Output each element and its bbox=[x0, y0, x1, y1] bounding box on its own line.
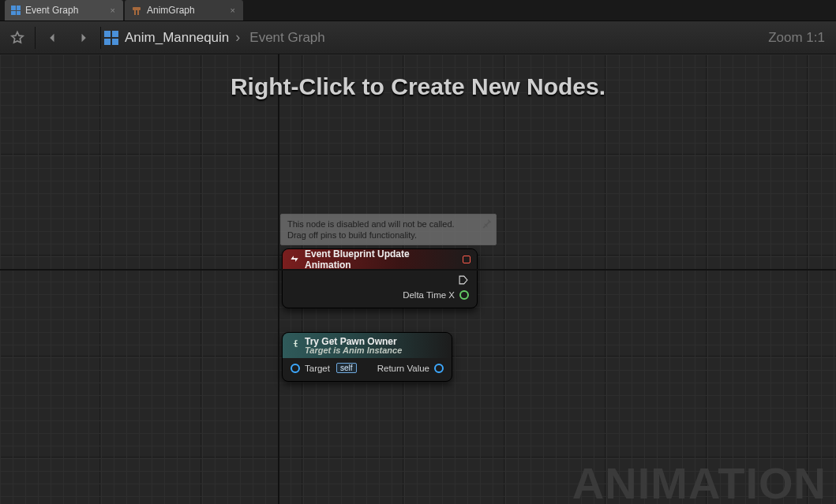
separator bbox=[100, 27, 101, 49]
breadcrumb-root[interactable]: Anim_Mannequin bbox=[125, 30, 229, 46]
arrow-left-icon bbox=[46, 31, 60, 45]
node-title: Event Blueprint Update Animation bbox=[305, 248, 458, 271]
node-disabled-tooltip: This node is disabled and will not be ca… bbox=[280, 214, 497, 245]
close-icon[interactable]: × bbox=[229, 6, 237, 15]
node-body: Delta Time X bbox=[283, 270, 477, 308]
graph-canvas[interactable]: Right-Click to Create New Nodes. ANIMATI… bbox=[0, 54, 836, 504]
data-output-pin[interactable]: Return Value bbox=[377, 364, 444, 373]
node-event-blueprint-update-animation[interactable]: Event Blueprint Update Animation Delta T… bbox=[282, 248, 478, 308]
tab-label: AnimGraph bbox=[147, 5, 195, 16]
data-pin-icon bbox=[459, 290, 469, 300]
graph-watermark: ANIMATION bbox=[572, 457, 827, 504]
node-try-get-pawn-owner[interactable]: Try Get Pawn Owner Target is Anim Instan… bbox=[282, 332, 452, 382]
self-chip: self bbox=[336, 363, 357, 373]
close-icon[interactable]: × bbox=[109, 6, 117, 15]
tab-label: Event Graph bbox=[25, 5, 78, 16]
zoom-indicator: Zoom 1:1 bbox=[768, 30, 833, 46]
graph-toolbar: Anim_Mannequin › Event Graph Zoom 1:1 bbox=[0, 21, 836, 54]
exec-pin-icon bbox=[458, 274, 469, 286]
pin-label: Delta Time X bbox=[403, 290, 455, 300]
tab-event-graph[interactable]: Event Graph × bbox=[5, 0, 123, 21]
breadcrumb-current: Event Graph bbox=[249, 30, 324, 46]
star-icon bbox=[9, 30, 25, 46]
event-icon bbox=[289, 254, 300, 265]
chevron-right-icon: › bbox=[235, 29, 240, 46]
nav-forward-button[interactable] bbox=[69, 24, 97, 52]
separator bbox=[35, 27, 36, 49]
pin-label: Return Value bbox=[377, 364, 429, 373]
canvas-hint-text: Right-Click to Create New Nodes. bbox=[0, 73, 836, 100]
tab-bar: Event Graph × AnimGraph × bbox=[0, 0, 836, 21]
anim-graph-icon bbox=[131, 6, 142, 15]
tooltip-line: This node is disabled and will not be ca… bbox=[287, 219, 455, 229]
pin-icon bbox=[482, 218, 493, 229]
exec-output-pin[interactable] bbox=[291, 274, 469, 286]
node-subtitle: Target is Anim Instance bbox=[305, 345, 402, 355]
function-icon bbox=[289, 338, 300, 349]
pin-label: Target bbox=[305, 364, 330, 373]
breadcrumb: Anim_Mannequin › Event Graph bbox=[104, 29, 325, 46]
tab-anim-graph[interactable]: AnimGraph × bbox=[125, 0, 243, 21]
favorite-button[interactable] bbox=[3, 24, 32, 52]
graph-icon bbox=[11, 6, 21, 15]
nav-back-button[interactable] bbox=[39, 24, 67, 52]
tooltip-line: Drag off pins to build functionality. bbox=[287, 230, 417, 240]
data-pin-icon bbox=[291, 364, 300, 373]
graph-icon bbox=[104, 31, 118, 45]
data-pin-icon bbox=[434, 364, 444, 373]
node-header[interactable]: Event Blueprint Update Animation bbox=[283, 249, 477, 270]
node-header[interactable]: Try Get Pawn Owner Target is Anim Instan… bbox=[283, 333, 452, 358]
client-badge-icon bbox=[463, 256, 470, 263]
data-output-pin[interactable]: Delta Time X bbox=[291, 290, 469, 300]
data-input-pin[interactable]: Target self bbox=[291, 363, 357, 373]
arrow-right-icon bbox=[76, 31, 90, 45]
node-body: Target self Return Value bbox=[283, 358, 452, 381]
